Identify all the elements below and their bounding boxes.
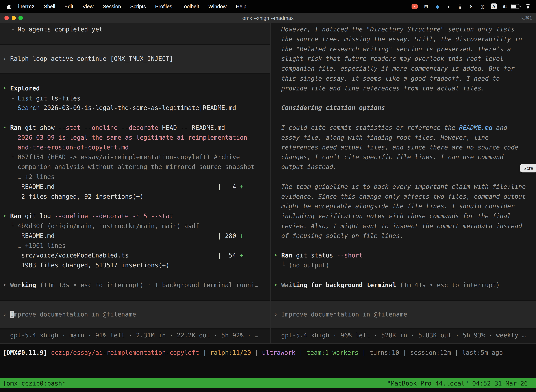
terminal-line [0, 74, 270, 84]
terminal-line: of focusing solely on file lines. [271, 231, 536, 241]
terminal-line: └ 4b9d30f (origin/main, instructkr/main,… [0, 221, 270, 231]
terminal-line: › Improve documentation in @filename [0, 310, 270, 319]
number-badge-icon[interactable]: 8 [468, 3, 474, 9]
menu-item-toolbelt[interactable]: Toolbelt [182, 3, 199, 9]
terminal-line: › Improve documentation in @filename [271, 310, 536, 319]
terminal-line: I could cite commit statistics or refere… [271, 123, 536, 133]
terminal-line: › Ralph loop active continue [OMX_TMUX_I… [0, 54, 270, 64]
prompt-input-right[interactable]: › Improve documentation in @filename [271, 300, 536, 330]
terminal-line: README.md | 280 + [0, 231, 270, 241]
terminal-line: changes, I can’t cite specific file line… [271, 152, 536, 162]
terminal-line: companion analysis without altering the … [0, 162, 270, 172]
terminal-line: including verification notes with those … [271, 211, 536, 221]
battery-icon[interactable] [511, 4, 519, 9]
terminal-line: src/voice/voiceModeEnabled.ts | 54 + [0, 251, 270, 261]
terminal-line [271, 270, 536, 280]
terminal-line: output instead. [271, 162, 536, 172]
terminal-line: Considering citation options [271, 103, 536, 113]
menu-item-scripts[interactable]: Scripts [130, 3, 146, 9]
menu-item-session[interactable]: Session [103, 3, 121, 9]
session-status-left: gpt-5.4 xhigh · main · 91% left · 2.31M … [0, 331, 270, 340]
terminal-line: … +1901 lines [0, 241, 270, 251]
terminal-line [0, 34, 270, 44]
traffic-lights [5, 13, 23, 23]
prompt-input-left[interactable]: › Improve documentation in @filename [0, 300, 270, 330]
menu-items: iTerm2ShellEditViewSessionScriptsProfile… [18, 3, 246, 9]
menu-item-help[interactable]: Help [236, 3, 246, 9]
terminal-line: └ No agents completed yet [0, 25, 270, 34]
terminal-line: 2026-03-09-is-legal-the-same-as-legitima… [0, 133, 270, 143]
right-transcript: However, I noticed the "Directory Struct… [271, 25, 536, 290]
terminal-line: gpt-5.4 xhigh · 96% left · 520K in · 5.8… [271, 331, 536, 340]
menu-item-shell[interactable]: Shell [44, 3, 55, 9]
menu-item-iterm2[interactable]: iTerm2 [18, 3, 34, 9]
terminal-line: However, I noticed the "Directory Struct… [271, 25, 536, 34]
terminal-line [271, 241, 536, 251]
blue-app-icon[interactable]: ◆ [435, 3, 440, 9]
window-grid-icon[interactable]: ⊞ [423, 3, 429, 9]
tmux-session-label[interactable]: [omx-cczip0:bash* [0, 379, 66, 387]
screen-recording-indicator-icon[interactable]: ● [412, 4, 418, 9]
window-shortcut-hint: ⌥⌘1 [520, 13, 532, 23]
input-source-icon[interactable]: A [491, 3, 497, 9]
terminal-line: references need actual files, and since … [271, 143, 536, 152]
terminal-line: └ 067f154 (HEAD -> essay/ai-reimplementa… [0, 152, 270, 162]
close-button[interactable] [5, 16, 9, 20]
tmux-inject-banner: › Ralph loop active continue [OMX_TMUX_I… [0, 44, 270, 74]
terminal-line: and-the-erosion-of-copyleft.md [0, 143, 270, 152]
terminal-line: slight risk that future readers may over… [271, 54, 536, 64]
terminal-line: … +2 lines [0, 172, 270, 182]
terminal-line: this single essay, it seems like a good … [271, 74, 536, 84]
wifi-icon[interactable] [525, 4, 531, 9]
session-status-right: gpt-5.4 xhigh · 96% left · 520K in · 5.8… [271, 331, 536, 340]
menu-status-icons: ●⊞◆◐⣿8◎A61 [412, 3, 536, 9]
terminal-line: might be acceptable alongside the file l… [271, 202, 536, 211]
terminal-line: • Ran git status --short [271, 251, 536, 261]
circle-app-icon[interactable]: ◎ [479, 3, 485, 9]
dots-grid-icon[interactable]: ⣿ [457, 3, 463, 9]
terminal-line: • Waiting for background terminal (1m 41… [271, 280, 536, 290]
terminal-line: • Working (11m 13s • esc to interrupt) ·… [0, 280, 270, 290]
omx-status-bar: [OMX#0.11.9] cczip/essay/ai-reimplementa… [0, 344, 536, 358]
terminal-line [271, 113, 536, 123]
zoom-button[interactable] [19, 16, 23, 20]
tmux-host-clock: "MacBook-Pro-44.local" 04:52 31-Mar-26 [387, 379, 536, 387]
minimize-button[interactable] [11, 16, 16, 20]
menu-item-view[interactable]: View [82, 3, 94, 9]
terminal-line [0, 202, 270, 211]
terminal-line: evidence. Since this change only affects… [271, 192, 536, 202]
terminal-line: • Ran git log --oneline --decorate -n 5 … [0, 211, 270, 221]
battery-percent[interactable]: 61 [502, 3, 508, 9]
terminal-line [0, 113, 270, 123]
terminal-line: The team guideline is to back every impo… [271, 182, 536, 192]
terminal-line [0, 270, 270, 280]
dark-app-icon[interactable]: ◐ [446, 3, 452, 9]
terminal-pane-right[interactable]: However, I noticed the "Directory Struct… [271, 23, 536, 343]
terminal-line: README.md | 4 + [0, 182, 270, 192]
window-title-bar[interactable]: omx --xhigh --madmax ⌥⌘1 [0, 13, 536, 23]
terminal-line: [OMX#0.11.9] cczip/essay/ai-reimplementa… [0, 348, 536, 358]
agents-summary-section: └ No agents completed yet [0, 23, 270, 44]
scale-wrap: iTerm2ShellEditViewSessionScriptsProfile… [0, 0, 536, 392]
tmux-status-bar: [omx-cczip0:bash* "MacBook-Pro-44.local"… [0, 378, 536, 388]
menu-item-profiles[interactable]: Profiles [155, 3, 172, 9]
screen: iTerm2ShellEditViewSessionScriptsProfile… [0, 0, 536, 392]
terminal-line: Search 2026-03-09-is-legal-the-same-as-l… [0, 103, 270, 113]
terminal-line: essay file, along with finding root file… [271, 133, 536, 143]
terminal-pane-left[interactable]: └ No agents completed yet › Ralph loop a… [0, 23, 270, 343]
left-transcript: • Explored └ List git ls-files Search 20… [0, 74, 270, 290]
window-title: omx --xhigh --madmax [242, 15, 294, 21]
terminal-line: └ (no output) [271, 261, 536, 270]
terminal-line: 2 files changed, 92 insertions(+) [0, 192, 270, 202]
menu-item-edit[interactable]: Edit [64, 3, 73, 9]
terminal-line [271, 172, 536, 182]
terminal-line: gpt-5.4 xhigh · main · 91% left · 2.31M … [0, 331, 270, 340]
terminal-line: • Explored [0, 84, 270, 93]
terminal-line: • Ran git show --stat --oneline --decora… [0, 123, 270, 133]
menu-item-window[interactable]: Window [208, 3, 227, 9]
terminal-line [271, 93, 536, 103]
apple-menu-icon[interactable] [7, 4, 11, 9]
screen-notification-tooltip[interactable]: Scre [520, 164, 536, 173]
bottom-status-area: [OMX#0.11.9] cczip/essay/ai-reimplementa… [0, 343, 536, 392]
terminal-line: the source tree, missing the essay. Stil… [271, 34, 536, 44]
